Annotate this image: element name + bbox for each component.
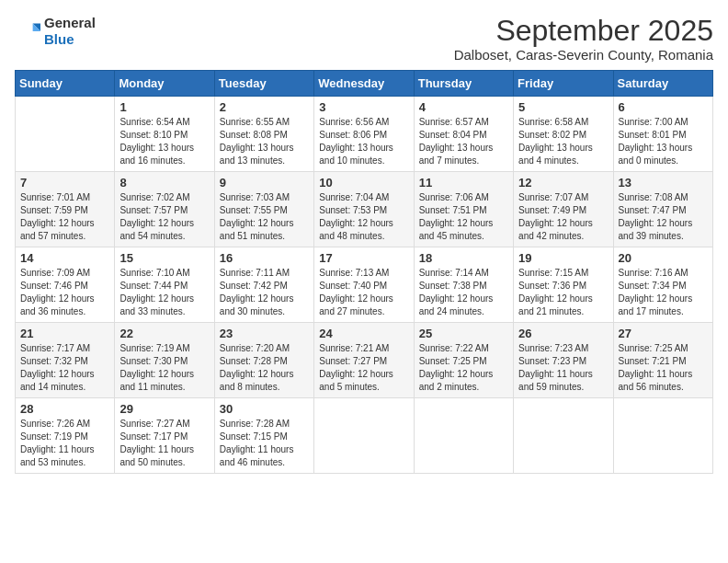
day-info: Sunrise: 7:20 AMSunset: 7:28 PMDaylight:… <box>220 342 309 394</box>
day-info: Sunrise: 7:00 AMSunset: 8:01 PMDaylight:… <box>619 116 708 167</box>
logo-general: General <box>44 15 96 30</box>
calendar-cell: 23Sunrise: 7:20 AMSunset: 7:28 PMDayligh… <box>214 323 313 398</box>
calendar-week-row: 1Sunrise: 6:54 AMSunset: 8:10 PMDaylight… <box>16 97 713 172</box>
logo-blue: Blue <box>44 31 74 47</box>
calendar: SundayMondayTuesdayWednesdayThursdayFrid… <box>15 70 713 474</box>
day-number: 30 <box>220 402 309 416</box>
day-number: 11 <box>419 176 508 190</box>
day-number: 20 <box>619 251 708 265</box>
day-info: Sunrise: 7:01 AMSunset: 7:59 PMDaylight:… <box>20 191 109 243</box>
day-number: 27 <box>619 327 708 340</box>
day-info: Sunrise: 7:22 AMSunset: 7:25 PMDaylight:… <box>419 342 508 394</box>
day-number: 3 <box>319 100 408 114</box>
weekday-header: Thursday <box>414 71 513 97</box>
day-info: Sunrise: 7:17 AMSunset: 7:32 PMDaylight:… <box>20 342 109 394</box>
day-number: 24 <box>319 327 408 340</box>
calendar-cell: 20Sunrise: 7:16 AMSunset: 7:34 PMDayligh… <box>613 247 712 323</box>
calendar-cell: 11Sunrise: 7:06 AMSunset: 7:51 PMDayligh… <box>414 172 513 247</box>
calendar-cell: 17Sunrise: 7:13 AMSunset: 7:40 PMDayligh… <box>314 247 414 323</box>
calendar-cell: 3Sunrise: 6:56 AMSunset: 8:06 PMDaylight… <box>314 97 414 172</box>
day-info: Sunrise: 7:06 AMSunset: 7:51 PMDaylight:… <box>419 191 508 243</box>
day-number: 25 <box>419 327 508 340</box>
day-info: Sunrise: 7:07 AMSunset: 7:49 PMDaylight:… <box>518 191 608 243</box>
calendar-cell: 4Sunrise: 6:57 AMSunset: 8:04 PMDaylight… <box>414 97 513 172</box>
weekday-header: Tuesday <box>214 71 313 97</box>
month-title: September 2025 <box>454 15 713 47</box>
calendar-cell: 14Sunrise: 7:09 AMSunset: 7:46 PMDayligh… <box>16 247 115 323</box>
day-number: 18 <box>419 251 508 265</box>
day-info: Sunrise: 7:25 AMSunset: 7:21 PMDaylight:… <box>619 342 708 394</box>
calendar-cell: 24Sunrise: 7:21 AMSunset: 7:27 PMDayligh… <box>314 323 414 398</box>
calendar-cell: 13Sunrise: 7:08 AMSunset: 7:47 PMDayligh… <box>613 172 712 247</box>
calendar-cell: 28Sunrise: 7:26 AMSunset: 7:19 PMDayligh… <box>16 398 115 474</box>
day-info: Sunrise: 7:26 AMSunset: 7:19 PMDaylight:… <box>20 418 109 469</box>
day-info: Sunrise: 7:10 AMSunset: 7:44 PMDaylight:… <box>119 267 209 318</box>
calendar-cell: 19Sunrise: 7:15 AMSunset: 7:36 PMDayligh… <box>514 247 613 323</box>
day-number: 8 <box>119 176 209 190</box>
calendar-week-row: 14Sunrise: 7:09 AMSunset: 7:46 PMDayligh… <box>16 247 713 323</box>
day-info: Sunrise: 6:57 AMSunset: 8:04 PMDaylight:… <box>419 116 508 167</box>
day-info: Sunrise: 7:19 AMSunset: 7:30 PMDaylight:… <box>119 342 209 394</box>
day-info: Sunrise: 7:02 AMSunset: 7:57 PMDaylight:… <box>119 191 209 243</box>
day-number: 1 <box>119 100 209 114</box>
calendar-cell: 21Sunrise: 7:17 AMSunset: 7:32 PMDayligh… <box>16 323 115 398</box>
calendar-cell: 15Sunrise: 7:10 AMSunset: 7:44 PMDayligh… <box>115 247 214 323</box>
location-title: Dalboset, Caras-Severin County, Romania <box>454 47 713 63</box>
calendar-cell: 1Sunrise: 6:54 AMSunset: 8:10 PMDaylight… <box>115 97 214 172</box>
weekday-header-row: SundayMondayTuesdayWednesdayThursdayFrid… <box>16 71 713 97</box>
day-number: 26 <box>518 327 608 340</box>
calendar-cell: 6Sunrise: 7:00 AMSunset: 8:01 PMDaylight… <box>613 97 712 172</box>
day-number: 5 <box>518 100 608 114</box>
weekday-header: Monday <box>115 71 214 97</box>
day-info: Sunrise: 7:09 AMSunset: 7:46 PMDaylight:… <box>20 267 109 318</box>
day-info: Sunrise: 7:23 AMSunset: 7:23 PMDaylight:… <box>518 342 608 394</box>
calendar-cell <box>414 398 513 474</box>
day-info: Sunrise: 7:16 AMSunset: 7:34 PMDaylight:… <box>619 267 708 318</box>
day-info: Sunrise: 6:55 AMSunset: 8:08 PMDaylight:… <box>220 116 309 167</box>
day-number: 6 <box>619 100 708 114</box>
day-number: 14 <box>20 251 109 265</box>
logo-text: General Blue <box>44 15 96 48</box>
calendar-cell <box>514 398 613 474</box>
weekday-header: Friday <box>514 71 613 97</box>
day-info: Sunrise: 7:21 AMSunset: 7:27 PMDaylight:… <box>319 342 408 394</box>
day-info: Sunrise: 7:03 AMSunset: 7:55 PMDaylight:… <box>220 191 309 243</box>
day-info: Sunrise: 7:28 AMSunset: 7:15 PMDaylight:… <box>220 418 309 469</box>
calendar-cell: 8Sunrise: 7:02 AMSunset: 7:57 PMDaylight… <box>115 172 214 247</box>
calendar-cell <box>16 97 115 172</box>
day-number: 29 <box>119 402 209 416</box>
weekday-header: Saturday <box>613 71 712 97</box>
day-number: 13 <box>619 176 708 190</box>
day-number: 9 <box>220 176 309 190</box>
calendar-cell: 25Sunrise: 7:22 AMSunset: 7:25 PMDayligh… <box>414 323 513 398</box>
weekday-header: Wednesday <box>314 71 414 97</box>
calendar-cell: 26Sunrise: 7:23 AMSunset: 7:23 PMDayligh… <box>514 323 613 398</box>
calendar-cell: 10Sunrise: 7:04 AMSunset: 7:53 PMDayligh… <box>314 172 414 247</box>
calendar-cell: 22Sunrise: 7:19 AMSunset: 7:30 PMDayligh… <box>115 323 214 398</box>
day-number: 19 <box>518 251 608 265</box>
calendar-cell: 2Sunrise: 6:55 AMSunset: 8:08 PMDaylight… <box>214 97 313 172</box>
logo: General Blue <box>15 15 96 48</box>
calendar-cell: 16Sunrise: 7:11 AMSunset: 7:42 PMDayligh… <box>214 247 313 323</box>
day-info: Sunrise: 7:08 AMSunset: 7:47 PMDaylight:… <box>619 191 708 243</box>
calendar-cell: 9Sunrise: 7:03 AMSunset: 7:55 PMDaylight… <box>214 172 313 247</box>
day-info: Sunrise: 7:14 AMSunset: 7:38 PMDaylight:… <box>419 267 508 318</box>
calendar-cell: 18Sunrise: 7:14 AMSunset: 7:38 PMDayligh… <box>414 247 513 323</box>
calendar-cell <box>613 398 712 474</box>
day-number: 23 <box>220 327 309 340</box>
day-info: Sunrise: 7:15 AMSunset: 7:36 PMDaylight:… <box>518 267 608 318</box>
day-number: 15 <box>119 251 209 265</box>
day-number: 2 <box>220 100 309 114</box>
day-info: Sunrise: 7:13 AMSunset: 7:40 PMDaylight:… <box>319 267 408 318</box>
day-number: 21 <box>20 327 109 340</box>
weekday-header: Sunday <box>16 71 115 97</box>
day-number: 28 <box>20 402 109 416</box>
day-number: 12 <box>518 176 608 190</box>
logo-icon <box>15 18 40 44</box>
day-info: Sunrise: 6:54 AMSunset: 8:10 PMDaylight:… <box>119 116 209 167</box>
calendar-cell: 12Sunrise: 7:07 AMSunset: 7:49 PMDayligh… <box>514 172 613 247</box>
day-number: 7 <box>20 176 109 190</box>
calendar-week-row: 21Sunrise: 7:17 AMSunset: 7:32 PMDayligh… <box>16 323 713 398</box>
header: General Blue September 2025 Dalboset, Ca… <box>15 15 713 63</box>
calendar-cell: 27Sunrise: 7:25 AMSunset: 7:21 PMDayligh… <box>613 323 712 398</box>
